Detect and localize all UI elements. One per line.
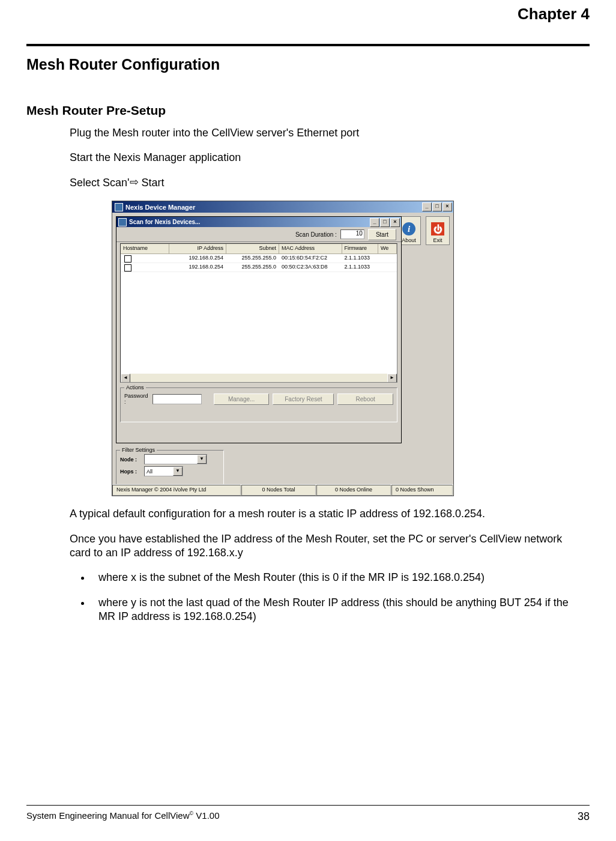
button-label: About — [402, 237, 416, 243]
cell-ip: 192.168.0.254 — [169, 254, 226, 263]
device-grid: Hostname IP Address Subnet MAC Address F… — [120, 243, 397, 383]
footer-text: V1.00 — [193, 810, 219, 821]
para: Start the Nexis Manager application — [70, 151, 579, 165]
password-input[interactable] — [152, 394, 202, 404]
col-mac[interactable]: MAC Address — [279, 244, 342, 254]
hops-combo[interactable]: All▼ — [144, 466, 183, 476]
chevron-down-icon: ▼ — [173, 467, 183, 476]
heading-2: Mesh Router Pre-Setup — [26, 103, 590, 118]
row-checkbox[interactable] — [124, 255, 131, 263]
cell-fw: 2.1.1.1033 — [342, 263, 378, 272]
scroll-left-icon[interactable]: ◄ — [121, 374, 130, 383]
status-total: 0 Nodes Total — [241, 485, 316, 496]
page-number: 38 — [578, 810, 590, 823]
inner-window: Scan for Nexis Devices... _ □ × Scan Dur… — [116, 216, 402, 443]
col-firmware[interactable]: Firmware — [342, 244, 378, 254]
reboot-button[interactable]: Reboot — [337, 393, 393, 405]
table-row[interactable]: 192.168.0.254 255.255.255.0 00:50:C2:3A:… — [121, 263, 397, 272]
scan-duration-label: Scan Duration : — [295, 231, 337, 238]
horizontal-scrollbar[interactable]: ◄ ► — [121, 374, 397, 382]
dialog-icon — [118, 218, 127, 226]
maximize-button[interactable]: □ — [380, 218, 390, 227]
start-button[interactable]: Start — [368, 229, 396, 240]
status-online: 0 Nodes Online — [316, 485, 391, 496]
cell-ip: 192.168.0.254 — [169, 263, 226, 272]
text: Select Scan' — [70, 177, 130, 189]
info-icon: i — [402, 222, 415, 235]
table-row[interactable]: 192.168.0.254 255.255.255.0 00:15:6D:54:… — [121, 254, 397, 263]
col-subnet[interactable]: Subnet — [226, 244, 279, 254]
group-legend: Actions — [124, 384, 146, 390]
minimize-button[interactable]: _ — [370, 218, 379, 227]
cell-subnet: 255.255.255.0 — [226, 254, 279, 263]
chevron-down-icon: ▼ — [197, 455, 207, 464]
list-item: where x is the subnet of the Mesh Router… — [91, 571, 579, 584]
close-button[interactable]: × — [390, 218, 400, 227]
heading-1: Mesh Router Configuration — [26, 56, 590, 73]
scroll-right-icon[interactable]: ► — [387, 374, 397, 383]
cell-mac: 00:15:6D:54:F2:C2 — [279, 254, 342, 263]
col-ip[interactable]: IP Address — [169, 244, 226, 254]
col-we[interactable]: We — [378, 244, 397, 254]
power-icon: ⏻ — [431, 222, 444, 235]
status-shown: 0 Nodes Shown — [391, 485, 453, 496]
rule — [26, 44, 590, 46]
row-checkbox[interactable] — [124, 264, 131, 272]
text: Start — [139, 177, 165, 189]
maximize-button[interactable]: □ — [432, 202, 442, 211]
actions-group: Actions Password : Manage... Factory Res… — [120, 387, 397, 422]
password-label: Password : — [124, 393, 149, 405]
group-legend: Filter Settings — [120, 447, 157, 453]
cell-fw: 2.1.1.1033 — [342, 254, 378, 263]
para: A typical default configuration for a me… — [70, 507, 579, 521]
cell-subnet: 255.255.255.0 — [226, 263, 279, 272]
window-title: Nexis Device Manager — [125, 204, 195, 211]
minimize-button[interactable]: _ — [422, 202, 432, 211]
chapter-label: Chapter 4 — [26, 5, 590, 23]
cell-mac: 00:50:C2:3A:63:D8 — [279, 263, 342, 272]
para: Plug the Mesh router into the CellView s… — [70, 126, 579, 140]
manage-button[interactable]: Manage... — [214, 393, 270, 405]
inner-titlebar: Scan for Nexis Devices... _ □ × — [116, 217, 401, 227]
filter-group: Filter Settings Node : ▼ Hops : All▼ — [116, 450, 224, 488]
list-item: where y is not the last quad of the Mesh… — [91, 596, 579, 624]
scan-duration-input[interactable]: 10 — [340, 229, 364, 239]
col-hostname[interactable]: Hostname — [121, 244, 169, 254]
combo-value: All — [146, 469, 152, 475]
footer-left: System Engineering Manual for CellView© … — [26, 810, 220, 823]
button-label: Exit — [433, 237, 442, 243]
page-footer: System Engineering Manual for CellView© … — [26, 805, 590, 823]
node-combo[interactable]: ▼ — [144, 454, 207, 464]
status-copyright: Nexis Manager © 2004 iVolve Pty Ltd — [112, 485, 241, 496]
node-label: Node : — [120, 457, 142, 463]
footer-text: System Engineering Manual for CellView — [26, 810, 190, 821]
dialog-title: Scan for Nexis Devices... — [129, 219, 200, 225]
factory-reset-button[interactable]: Factory Reset — [273, 393, 334, 405]
status-bar: Nexis Manager © 2004 iVolve Pty Ltd 0 No… — [112, 484, 453, 496]
exit-button[interactable]: ⏻ Exit — [426, 216, 450, 245]
window-titlebar: Nexis Device Manager _ □ × — [112, 201, 453, 213]
para: Once you have established the IP address… — [70, 532, 579, 560]
app-icon — [115, 203, 123, 211]
close-button[interactable]: × — [442, 202, 452, 211]
screenshot-figure: Nexis Device Manager _ □ × i About ⏻ Exi… — [112, 201, 454, 496]
arrow-icon: ⇨ — [130, 175, 139, 189]
hops-label: Hops : — [120, 469, 142, 475]
para: Select Scan'⇨ Start — [70, 176, 579, 190]
